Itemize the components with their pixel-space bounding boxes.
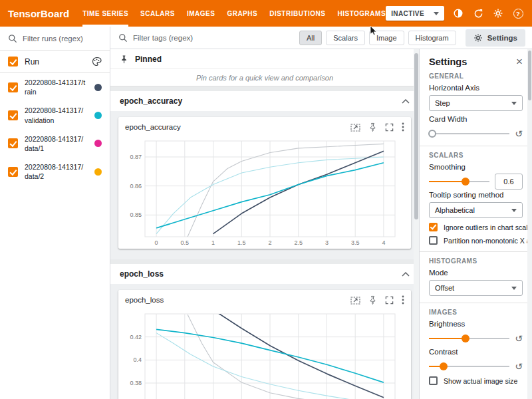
histogram-mode-select[interactable]: Offset bbox=[429, 280, 523, 296]
main-scrollbar[interactable] bbox=[414, 49, 419, 399]
chip-all[interactable]: All bbox=[299, 31, 322, 45]
chip-scalars[interactable]: Scalars bbox=[326, 31, 365, 45]
card-header: epoch_accuracy bbox=[118, 117, 411, 137]
line-chart-epoch-loss[interactable]: 00.511.522.533.540.360.380.40.42 bbox=[121, 310, 403, 399]
settings-panel: Settings × GENERAL Horizontal Axis Step … bbox=[419, 49, 532, 399]
runs-header-row: Run bbox=[0, 51, 110, 73]
tab-histograms[interactable]: HISTOGRAMS bbox=[337, 0, 386, 27]
pinned-header: Pinned bbox=[110, 49, 419, 69]
scrollbar-thumb[interactable] bbox=[414, 53, 418, 219]
checkbox-icon[interactable] bbox=[429, 223, 438, 231]
smoothing-slider[interactable] bbox=[429, 177, 489, 186]
chevron-up-icon[interactable] bbox=[402, 99, 410, 104]
run-name: 20220808-141317/data/1 bbox=[25, 134, 86, 153]
fit-to-data-icon[interactable] bbox=[350, 123, 360, 132]
tab-scalars[interactable]: SCALARS bbox=[140, 0, 175, 27]
search-icon bbox=[118, 33, 128, 43]
theme-toggle-icon[interactable] bbox=[452, 7, 464, 19]
ignore-outliers-checkbox[interactable]: Ignore outliers in chart scaling bbox=[429, 223, 523, 231]
card-title: epoch_loss bbox=[125, 296, 164, 304]
tab-time-series[interactable]: TIME SERIES bbox=[82, 0, 128, 27]
partition-x-label: Partition non-monotonic X axis bbox=[444, 237, 532, 245]
fit-to-data-icon[interactable] bbox=[350, 296, 360, 305]
checkbox-icon[interactable] bbox=[429, 236, 438, 245]
reset-icon[interactable]: ↺ bbox=[515, 334, 523, 343]
main-nav: TIME SERIES SCALARS IMAGES GRAPHS DISTRI… bbox=[82, 0, 386, 27]
section-title: epoch_loss bbox=[120, 269, 164, 279]
pin-card-icon[interactable] bbox=[368, 122, 377, 132]
pin-icon bbox=[120, 55, 128, 64]
settings-button-label: Settings bbox=[487, 34, 517, 42]
show-actual-size-checkbox[interactable]: Show actual image size bbox=[429, 376, 523, 385]
slider-thumb[interactable] bbox=[428, 130, 436, 138]
help-icon[interactable]: ? bbox=[512, 7, 524, 19]
svg-text:3: 3 bbox=[325, 239, 329, 246]
line-chart-epoch-accuracy[interactable]: 00.511.522.533.540.850.860.87 bbox=[121, 137, 403, 249]
tag-section-epoch-accuracy: epoch_accuracy epoch_accuracy bbox=[110, 91, 419, 259]
header-actions: INACTIVE ? bbox=[386, 0, 532, 27]
histogram-mode-value: Offset bbox=[435, 284, 454, 292]
slider-thumb[interactable] bbox=[462, 178, 469, 186]
run-checkbox[interactable] bbox=[8, 167, 18, 177]
gear-icon bbox=[473, 33, 483, 43]
fullscreen-icon[interactable] bbox=[385, 296, 394, 305]
svg-text:2.5: 2.5 bbox=[294, 239, 303, 246]
more-options-icon[interactable] bbox=[402, 295, 404, 305]
card-title: epoch_accuracy bbox=[125, 123, 181, 131]
tab-distributions[interactable]: DISTRIBUTIONS bbox=[269, 0, 325, 27]
reset-icon[interactable]: ↺ bbox=[515, 129, 523, 138]
fullscreen-icon[interactable] bbox=[385, 123, 394, 132]
card-width-slider[interactable] bbox=[429, 129, 509, 138]
tab-images[interactable]: IMAGES bbox=[187, 0, 215, 27]
chip-histogram[interactable]: Histogram bbox=[408, 31, 456, 45]
filter-tags-input[interactable] bbox=[133, 34, 207, 42]
contrast-slider[interactable] bbox=[429, 362, 509, 371]
run-checkbox[interactable] bbox=[8, 82, 18, 92]
chip-image[interactable]: Image bbox=[369, 31, 404, 45]
reset-icon[interactable]: ↺ bbox=[515, 362, 523, 371]
app-header: TensorBoard TIME SERIES SCALARS IMAGES G… bbox=[0, 0, 532, 27]
horizontal-axis-select[interactable]: Step bbox=[429, 95, 523, 111]
palette-icon[interactable] bbox=[92, 57, 102, 66]
run-color-dot bbox=[94, 140, 102, 147]
svg-text:0.38: 0.38 bbox=[130, 380, 142, 386]
svg-text:0.86: 0.86 bbox=[130, 183, 142, 190]
svg-text:4: 4 bbox=[382, 239, 385, 246]
section-header[interactable]: epoch_loss bbox=[110, 264, 419, 284]
tooltip-sorting-select[interactable]: Alphabetical bbox=[429, 202, 523, 218]
slider-thumb[interactable] bbox=[462, 334, 469, 342]
settings-button[interactable]: Settings bbox=[466, 29, 525, 47]
filter-runs-input[interactable] bbox=[23, 35, 97, 43]
select-all-runs-checkbox[interactable] bbox=[8, 57, 18, 66]
run-checkbox[interactable] bbox=[8, 138, 18, 148]
brightness-slider[interactable] bbox=[429, 334, 509, 343]
histogram-mode-label: Mode bbox=[429, 269, 523, 277]
section-title: epoch_accuracy bbox=[120, 96, 182, 106]
refresh-icon[interactable] bbox=[472, 7, 484, 19]
tab-graphs[interactable]: GRAPHS bbox=[227, 0, 257, 27]
chevron-up-icon[interactable] bbox=[402, 272, 410, 277]
gear-icon[interactable] bbox=[492, 7, 504, 19]
run-color-dot bbox=[94, 168, 102, 176]
section-header[interactable]: epoch_accuracy bbox=[110, 91, 419, 111]
smoothing-input[interactable] bbox=[495, 174, 523, 190]
filter-tags-box bbox=[118, 33, 207, 43]
slider-thumb[interactable] bbox=[440, 362, 448, 370]
scalar-card-epoch-loss: epoch_loss 00.511.522.533.540.360.380.40… bbox=[118, 290, 411, 399]
runs-column-header: Run bbox=[25, 57, 39, 66]
run-row: 20220808-141317/data/2 bbox=[0, 158, 110, 186]
run-row: 20220808-141317/data/1 bbox=[0, 130, 110, 158]
close-icon[interactable]: × bbox=[516, 56, 523, 67]
pin-card-icon[interactable] bbox=[368, 295, 377, 305]
checkbox-icon[interactable] bbox=[429, 376, 438, 385]
more-options-icon[interactable] bbox=[402, 122, 404, 132]
histograms-heading: HISTOGRAMS bbox=[429, 257, 523, 265]
data-status-dropdown[interactable]: INACTIVE bbox=[386, 6, 444, 21]
panel-scrollbar[interactable] bbox=[527, 49, 532, 399]
scrollbar-thumb[interactable] bbox=[528, 51, 531, 100]
scalar-card-epoch-accuracy: epoch_accuracy 00.511.522.533.540.850.86… bbox=[118, 117, 411, 249]
ignore-outliers-label: Ignore outliers in chart scaling bbox=[444, 223, 532, 231]
run-checkbox[interactable] bbox=[8, 110, 18, 120]
tag-toolbar: All Scalars Image Histogram Settings bbox=[110, 27, 532, 49]
partition-x-checkbox[interactable]: Partition non-monotonic X axis i bbox=[429, 236, 523, 245]
